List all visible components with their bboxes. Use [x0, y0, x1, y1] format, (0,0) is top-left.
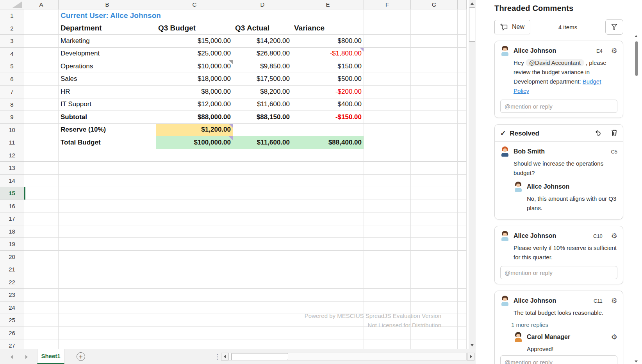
- cell-A1[interactable]: [24, 9, 59, 22]
- row-header-11[interactable]: 11: [0, 136, 24, 149]
- cell-E18[interactable]: [292, 225, 364, 238]
- row-header-23[interactable]: 23: [0, 289, 24, 302]
- row-header-26[interactable]: 26: [0, 327, 24, 340]
- cell-D20[interactable]: [233, 251, 292, 264]
- cell-C15[interactable]: [156, 187, 233, 200]
- filter-button[interactable]: [605, 19, 623, 35]
- cell-G13[interactable]: [411, 162, 458, 175]
- row-header-15[interactable]: 15: [0, 187, 24, 200]
- cell-D10[interactable]: [233, 124, 292, 137]
- cell-H22[interactable]: [458, 276, 467, 289]
- cell-A9[interactable]: [24, 111, 59, 124]
- column-header-F[interactable]: F: [364, 0, 411, 9]
- comment-menu-button[interactable]: ⚙: [611, 297, 617, 304]
- cell-A6[interactable]: [24, 73, 59, 86]
- cell-E16[interactable]: [292, 200, 364, 213]
- cell-B17[interactable]: [59, 212, 156, 225]
- cell-H21[interactable]: [458, 263, 467, 276]
- cell-H11[interactable]: [458, 136, 467, 149]
- cell-E20[interactable]: [292, 251, 364, 264]
- cell-E19[interactable]: [292, 238, 364, 251]
- comment-menu-button[interactable]: ⚙: [611, 334, 617, 341]
- cell-H19[interactable]: [458, 238, 467, 251]
- column-header-H[interactable]: [458, 0, 467, 9]
- cell-F2[interactable]: [364, 22, 411, 35]
- cell-A14[interactable]: [24, 175, 59, 187]
- cell-C4[interactable]: $25,000.00: [156, 48, 233, 61]
- cell-F14[interactable]: [364, 175, 411, 187]
- row-header-9[interactable]: 9: [0, 111, 24, 124]
- cell-F16[interactable]: [364, 200, 411, 213]
- new-comment-button[interactable]: New: [494, 20, 530, 34]
- cell-G4[interactable]: [411, 48, 458, 61]
- cell-H14[interactable]: [458, 175, 467, 187]
- cell-H13[interactable]: [458, 162, 467, 175]
- cell-B4[interactable]: Development: [59, 48, 156, 61]
- row-header-6[interactable]: 6: [0, 73, 24, 86]
- cell-C21[interactable]: [156, 263, 233, 276]
- row-header-12[interactable]: 12: [0, 149, 24, 162]
- comment-indicator-icon[interactable]: [360, 48, 364, 52]
- cell-C10[interactable]: $1,200.00: [156, 124, 233, 137]
- cell-F19[interactable]: [364, 238, 411, 251]
- cell-B18[interactable]: [59, 225, 156, 238]
- cell-A20[interactable]: [24, 251, 59, 264]
- cell-D16[interactable]: [233, 200, 292, 213]
- cell-B3[interactable]: Marketing: [59, 35, 156, 48]
- cell-C25[interactable]: [156, 314, 233, 327]
- cell-C17[interactable]: [156, 212, 233, 225]
- hscroll-left-button[interactable]: [221, 353, 228, 360]
- cell-E15[interactable]: [292, 187, 364, 200]
- cell-H17[interactable]: [458, 212, 467, 225]
- cell-D23[interactable]: [233, 289, 292, 302]
- cell-F12[interactable]: [364, 149, 411, 162]
- cell-B11[interactable]: Total Budget: [59, 136, 156, 149]
- cell-C22[interactable]: [156, 276, 233, 289]
- cell-H18[interactable]: [458, 225, 467, 238]
- reopen-thread-button[interactable]: [595, 129, 602, 137]
- cell-B26[interactable]: [59, 327, 156, 340]
- column-header-E[interactable]: E: [292, 0, 364, 9]
- row-header-17[interactable]: 17: [0, 212, 24, 225]
- cell-D17[interactable]: [233, 212, 292, 225]
- cell-D25[interactable]: [233, 314, 292, 327]
- cell-E27[interactable]: [292, 339, 364, 349]
- cell-B15[interactable]: [59, 187, 156, 200]
- reply-input[interactable]: [500, 266, 617, 279]
- comment-indicator-icon[interactable]: [229, 124, 233, 128]
- column-header-G[interactable]: G: [411, 0, 458, 9]
- cell-F8[interactable]: [364, 98, 411, 111]
- panel-scrollbar-thumb[interactable]: [635, 41, 638, 76]
- cell-G26[interactable]: [411, 327, 458, 340]
- cell-D19[interactable]: [233, 238, 292, 251]
- grid-scroll-down-button[interactable]: [469, 342, 476, 349]
- cell-C6[interactable]: $18,000.00: [156, 73, 233, 86]
- cell-D11[interactable]: $11,600.00: [233, 136, 292, 149]
- cell-H27[interactable]: [458, 339, 467, 349]
- cell-G20[interactable]: [411, 251, 458, 264]
- cell-A10[interactable]: [24, 124, 59, 137]
- add-sheet-button[interactable]: +: [77, 352, 85, 361]
- cell-A25[interactable]: [24, 314, 59, 327]
- cell-F18[interactable]: [364, 225, 411, 238]
- cell-F4[interactable]: [364, 48, 411, 61]
- cell-F1[interactable]: [364, 9, 411, 22]
- cell-D22[interactable]: [233, 276, 292, 289]
- cell-D1[interactable]: [233, 9, 292, 22]
- cell-H4[interactable]: [458, 48, 467, 61]
- cell-G12[interactable]: [411, 149, 458, 162]
- cell-C26[interactable]: [156, 327, 233, 340]
- reply-input[interactable]: [500, 355, 617, 364]
- cell-C19[interactable]: [156, 238, 233, 251]
- cell-G23[interactable]: [411, 289, 458, 302]
- cell-A2[interactable]: [24, 22, 59, 35]
- comment-menu-button[interactable]: ⚙: [611, 232, 617, 239]
- cell-H12[interactable]: [458, 149, 467, 162]
- next-sheet-button[interactable]: [23, 354, 30, 360]
- row-header-20[interactable]: 20: [0, 251, 24, 264]
- cell-D9[interactable]: $88,150.00: [233, 111, 292, 124]
- cell-E26[interactable]: [292, 327, 364, 340]
- cell-C24[interactable]: [156, 302, 233, 314]
- column-header-D[interactable]: D: [233, 0, 292, 9]
- cell-C11[interactable]: $100,000.00: [156, 136, 233, 149]
